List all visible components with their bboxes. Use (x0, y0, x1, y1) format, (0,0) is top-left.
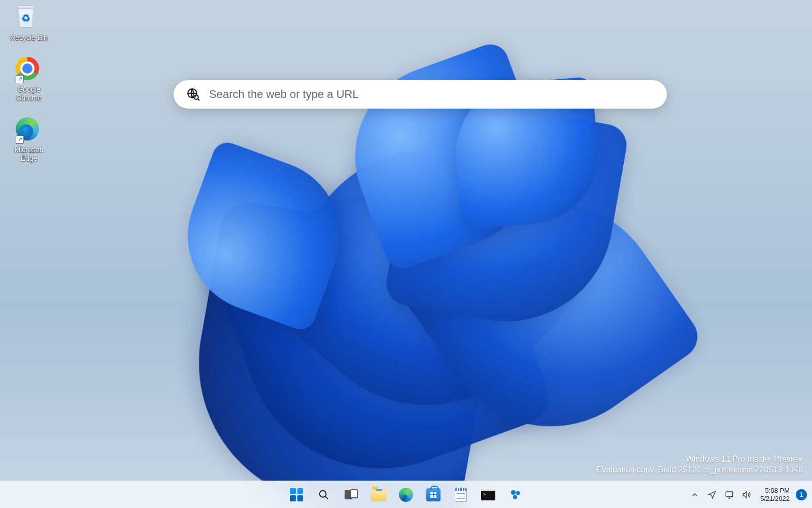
taskbar-terminal[interactable] (477, 484, 499, 506)
desktop-search-input[interactable] (209, 88, 654, 101)
desktop-wallpaper (0, 0, 812, 508)
taskbar-dev-tool[interactable] (504, 484, 527, 506)
taskbar-microsoft-store[interactable] (422, 484, 445, 506)
desktop-icon-google-chrome[interactable]: ↗ Google Chrome (6, 57, 52, 103)
clock-time: 5:08 PM (760, 487, 790, 495)
start-button[interactable] (285, 484, 308, 506)
task-view-button[interactable] (340, 484, 362, 506)
svg-line-4 (325, 496, 328, 499)
taskbar-clock[interactable]: 5:08 PM 5/21/2022 (756, 487, 794, 502)
terminal-icon (481, 489, 495, 500)
svg-point-5 (511, 490, 516, 494)
svg-point-7 (513, 495, 517, 499)
shortcut-overlay-icon: ↗ (16, 136, 24, 144)
svg-point-6 (516, 491, 520, 494)
search-icon (318, 489, 329, 500)
tray-overflow-button[interactable] (687, 484, 702, 506)
clock-date: 5/21/2022 (760, 495, 790, 503)
folder-icon (371, 489, 386, 501)
taskbar-right: 5:08 PM 5/21/2022 1 (687, 484, 807, 506)
desktop-icon-label: Microsoft Edge (6, 146, 52, 163)
desktop-icon-label: Recycle Bin (10, 33, 48, 43)
notification-count: 1 (800, 491, 803, 498)
watermark-line-1: Windows 11 Pro Insider Preview (597, 454, 803, 465)
tray-network-button[interactable] (722, 484, 737, 506)
taskbar: 5:08 PM 5/21/2022 1 (0, 481, 812, 508)
shortcut-overlay-icon: ↗ (16, 75, 24, 83)
svg-line-2 (198, 99, 199, 100)
location-arrow-icon (707, 490, 717, 499)
notification-center-button[interactable]: 1 (796, 489, 807, 500)
recycle-bin-icon: ♻ (16, 5, 36, 28)
edge-icon (399, 488, 413, 502)
taskbar-file-explorer[interactable] (367, 484, 390, 506)
network-monitor-icon (725, 490, 734, 499)
taskbar-notepad[interactable] (450, 484, 472, 506)
chevron-up-icon (691, 491, 699, 499)
desktop-search-widget[interactable] (174, 80, 667, 109)
notepad-icon (455, 488, 467, 502)
tray-location-button[interactable] (704, 484, 720, 506)
speaker-icon (742, 490, 751, 499)
svg-point-3 (320, 490, 326, 497)
tray-volume-button[interactable] (739, 484, 754, 506)
desktop-icon-microsoft-edge[interactable]: ↗ Microsoft Edge (6, 117, 52, 163)
desktop-icons-area: ♻ Recycle Bin ↗ Google Chrome ↗ Microsof… (6, 5, 52, 163)
store-icon (426, 488, 441, 501)
watermark-line-2: Evaluation copy. Build 25120.rs_prerelea… (597, 464, 803, 476)
desktop-icon-label: Google Chrome (6, 85, 52, 103)
taskbar-search-button[interactable] (313, 484, 335, 506)
svg-marker-11 (743, 492, 747, 498)
taskbar-microsoft-edge[interactable] (395, 484, 417, 506)
task-view-icon (345, 489, 358, 500)
taskbar-center (285, 484, 527, 506)
build-watermark: Windows 11 Pro Insider Preview Evaluatio… (597, 454, 803, 476)
globe-search-icon (187, 88, 200, 101)
gear-cluster-icon (509, 488, 523, 502)
windows-logo-icon (290, 488, 303, 501)
desktop-icon-recycle-bin[interactable]: ♻ Recycle Bin (6, 5, 52, 43)
